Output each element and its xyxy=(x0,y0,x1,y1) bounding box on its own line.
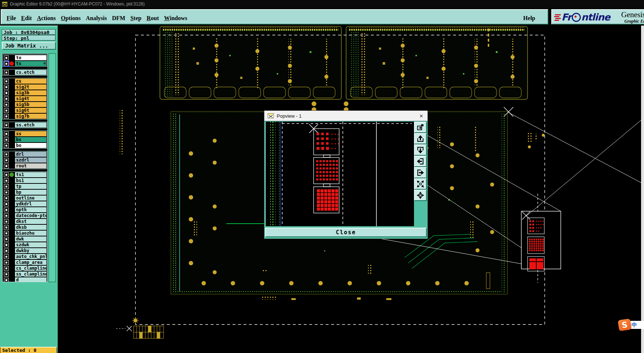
layer-visibility-checkbox[interactable] xyxy=(4,61,9,66)
layer-row-cs[interactable]: cs ⊞ xyxy=(3,78,47,84)
popview-close-icon[interactable]: ✕ xyxy=(415,113,428,119)
layer-name[interactable]: ss_clampline xyxy=(15,271,47,277)
layer-name[interactable]: sig7b xyxy=(15,113,47,119)
layer-name[interactable]: cs xyxy=(15,78,47,84)
layer-row-sig7b[interactable]: sig7b ⊞ xyxy=(3,113,47,119)
layer-row-drl[interactable]: drl ⊞ xyxy=(3,151,47,157)
layer-visibility-checkbox[interactable] xyxy=(4,272,9,277)
layer-row-bo[interactable]: bo ⊞ xyxy=(3,143,47,148)
zoom-out-button[interactable] xyxy=(414,178,427,190)
menu-item-actions[interactable]: Actions xyxy=(37,15,56,22)
layer-name[interactable]: bs1 xyxy=(15,178,47,183)
layer-name[interactable]: npth xyxy=(15,207,47,213)
layer-visibility-checkbox[interactable] xyxy=(4,237,9,242)
layer-visibility-checkbox[interactable] xyxy=(4,96,9,101)
layer-row-sig3b[interactable]: sig3b ⊞ xyxy=(3,90,47,96)
layer-row-cs.etch[interactable]: cs.etch ⊞ xyxy=(3,69,47,75)
layer-visibility-checkbox[interactable] xyxy=(4,137,9,142)
layer-visibility-checkbox[interactable] xyxy=(4,278,9,282)
layer-visibility-checkbox[interactable] xyxy=(4,152,9,157)
layer-name[interactable]: d xyxy=(15,277,47,282)
layer-name[interactable]: sig2t xyxy=(15,84,47,90)
layer-visibility-checkbox[interactable] xyxy=(4,219,9,224)
popview-canvas[interactable] xyxy=(266,122,414,226)
menu-item-windows[interactable]: Windows xyxy=(164,15,187,22)
layer-row-szdwk[interactable]: szdwk ⊞ xyxy=(3,242,47,248)
menu-item-edit[interactable]: Edit xyxy=(21,15,32,22)
layer-visibility-checkbox[interactable] xyxy=(4,266,9,271)
layer-name[interactable]: dksb xyxy=(15,224,47,230)
layer-row-bp[interactable]: bp ⊞ xyxy=(3,189,47,195)
layer-visibility-checkbox[interactable] xyxy=(4,114,9,119)
layer-row-npth[interactable]: npth ⊞ xyxy=(3,207,47,213)
zoom-in-button[interactable] xyxy=(414,190,427,201)
layer-name[interactable]: sig3b xyxy=(15,90,47,96)
layer-name[interactable]: clamp_area xyxy=(15,259,47,265)
layer-name[interactable]: datecode-pte xyxy=(15,213,47,219)
pan-right-button[interactable] xyxy=(414,167,427,178)
layer-visibility-checkbox[interactable] xyxy=(4,70,9,75)
layer-row-bs1[interactable]: bs1 ⊞ xyxy=(3,178,47,183)
layer-name[interactable]: dwkby xyxy=(15,248,47,254)
layer-row-d[interactable]: d ⊞ xyxy=(3,277,47,282)
layer-row-dkst[interactable]: dkst ⊞ xyxy=(3,219,47,224)
layer-visibility-checkbox[interactable] xyxy=(4,158,9,163)
pcb-canvas[interactable]: Popview - 1 ✕ xyxy=(58,26,644,353)
layer-name[interactable]: rout xyxy=(15,163,47,169)
layer-visibility-checkbox[interactable] xyxy=(4,172,9,177)
layer-row-ss[interactable]: ss ⊞ xyxy=(3,131,47,137)
layer-row-bs[interactable]: bs ⊞ xyxy=(3,137,47,143)
layer-name[interactable]: ts1 xyxy=(15,172,47,178)
layer-visibility-checkbox[interactable] xyxy=(4,225,9,230)
layer-visibility-checkbox[interactable] xyxy=(4,164,9,168)
layer-name[interactable]: sig4t xyxy=(15,96,47,102)
layer-row-clamp_area[interactable]: clamp_area ⊞ xyxy=(3,259,47,265)
menu-item-options[interactable]: Options xyxy=(61,15,81,22)
layer-visibility-checkbox[interactable] xyxy=(4,102,9,107)
layer-row-sig6t[interactable]: sig6t ⊞ xyxy=(3,107,47,113)
job-matrix-button[interactable]: Job Matrix ... xyxy=(2,42,56,50)
layer-visibility-checkbox[interactable] xyxy=(4,108,9,113)
layer-name[interactable]: to xyxy=(15,55,47,61)
layer-row-dwkby[interactable]: dwkby ⊞ xyxy=(3,248,47,254)
layer-row-cs_clampline[interactable]: cs_clampline ⊞ xyxy=(3,265,47,271)
layer-name[interactable]: dkst xyxy=(15,219,47,224)
layer-row-sig2t[interactable]: sig2t ⊞ xyxy=(3,84,47,90)
layer-name[interactable]: ydkdrl xyxy=(15,201,47,207)
layer-visibility-checkbox[interactable] xyxy=(4,243,9,247)
layer-visibility-checkbox[interactable] xyxy=(4,91,9,95)
ime-toolbar[interactable]: S 中 xyxy=(618,319,644,330)
layer-visibility-checkbox[interactable] xyxy=(4,190,9,195)
layer-visibility-checkbox[interactable] xyxy=(4,143,9,148)
layer-row-auto_chk_pnl[interactable]: auto_chk_pnl ⊞ xyxy=(3,254,47,259)
layer-visibility-checkbox[interactable] xyxy=(4,260,9,265)
layer-visibility-checkbox[interactable] xyxy=(4,123,9,128)
sogou-logo-icon[interactable]: S xyxy=(618,319,632,331)
popview-titlebar[interactable]: Popview - 1 ✕ xyxy=(264,111,428,121)
layer-name[interactable]: biaozhu xyxy=(15,230,47,236)
layer-list-scroll-area[interactable] xyxy=(49,53,56,282)
layer-name[interactable]: sig6t xyxy=(15,107,47,113)
layer-row-sig4t[interactable]: sig4t ⊞ xyxy=(3,96,47,102)
layer-row-szdrl[interactable]: szdrl ⊞ xyxy=(3,157,47,163)
layer-visibility-checkbox[interactable] xyxy=(4,248,9,253)
layer-name[interactable]: szdrl xyxy=(15,157,47,163)
layer-name[interactable]: cs.etch xyxy=(15,69,47,75)
layer-row-rout[interactable]: rout ⊞ xyxy=(3,163,47,169)
layer-visibility-checkbox[interactable] xyxy=(4,56,9,60)
pan-up-button[interactable] xyxy=(414,133,427,144)
new-popview-button[interactable] xyxy=(414,122,427,133)
layer-visibility-checkbox[interactable] xyxy=(4,196,9,201)
layer-row-ts[interactable]: ts ⊞ xyxy=(3,61,47,67)
layer-visibility-checkbox[interactable] xyxy=(4,208,9,212)
layer-name[interactable]: dwk xyxy=(15,236,47,242)
layer-visibility-checkbox[interactable] xyxy=(4,79,9,84)
layer-name[interactable]: drl xyxy=(15,151,47,157)
layer-row-ss.etch[interactable]: ss.etch ⊞ xyxy=(3,122,47,128)
layer-name[interactable]: bs xyxy=(15,137,47,143)
layer-visibility-checkbox[interactable] xyxy=(4,132,9,136)
layer-row-biaozhu[interactable]: biaozhu ⊞ xyxy=(3,230,47,236)
layer-name[interactable]: bo xyxy=(15,143,47,148)
pan-down-button[interactable] xyxy=(414,144,427,156)
layer-row-outline[interactable]: outline ⊞ xyxy=(3,195,47,201)
